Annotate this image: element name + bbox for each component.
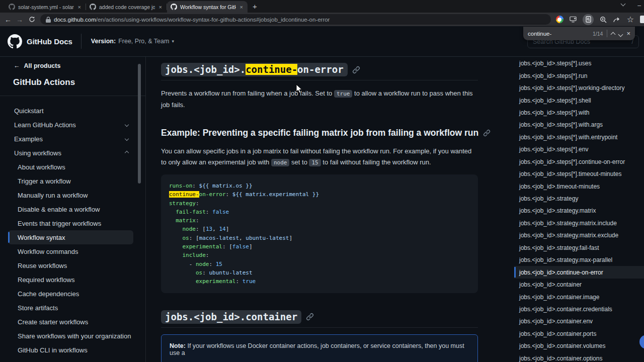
back-button[interactable]: ←: [5, 16, 12, 23]
google-profile-icon[interactable]: [555, 16, 564, 24]
code-line: fail-fast: false: [169, 208, 470, 216]
toc-item[interactable]: jobs.<job_id>.steps[*].continue-on-error: [514, 156, 644, 168]
sidebar-item[interactable]: Workflow commands: [8, 244, 133, 258]
zoom-icon[interactable]: [599, 16, 607, 24]
find-close-button[interactable]: ×: [626, 30, 630, 37]
code-line: include:: [169, 251, 470, 259]
sidebar-item[interactable]: Examples: [8, 132, 133, 146]
toc-item[interactable]: jobs.<job_id>.steps[*].with.args: [514, 119, 644, 131]
toc-item[interactable]: jobs.<job_id>.container.image: [514, 291, 644, 303]
heading-text: jobs.<job_id>.container: [161, 310, 301, 324]
toc-item[interactable]: jobs.<job_id>.steps[*].timeout-minutes: [514, 168, 644, 180]
anchor-link-icon[interactable]: [352, 66, 360, 74]
sidebar-item[interactable]: Disable & enable a workflow: [8, 202, 133, 216]
tab-close-icon[interactable]: ×: [158, 4, 163, 10]
toc-item[interactable]: jobs.<job_id>.steps[*].with.entrypoint: [514, 131, 644, 143]
browser-toolbar: ← → docs.github.com/en/actions/using-wor…: [0, 13, 644, 26]
sidebar-item-label: Store artifacts: [18, 304, 58, 312]
find-query-input[interactable]: continue-: [528, 31, 589, 37]
forward-button[interactable]: →: [16, 16, 23, 23]
sidebar-item[interactable]: Trigger a workflow: [8, 174, 133, 188]
toc-item-label: jobs.<job_id>.steps[*].run: [519, 72, 587, 79]
findbar-divider: [607, 30, 607, 37]
toc-item-label: jobs.<job_id>.container.env: [519, 318, 593, 325]
tab-close-icon[interactable]: ×: [239, 4, 244, 10]
sidebar-scrollbar[interactable]: [138, 64, 141, 184]
toc-item[interactable]: jobs.<job_id>.steps[*].working-directory: [514, 82, 644, 94]
sidebar-item[interactable]: Manually run a workflow: [8, 188, 133, 202]
new-tab-button[interactable]: +: [253, 2, 257, 11]
toc-item[interactable]: jobs.<job_id>.container.ports: [514, 328, 644, 340]
url-bar[interactable]: docs.github.com/en/actions/using-workflo…: [40, 14, 551, 25]
sidebar-item[interactable]: Share workflows with your organization: [8, 329, 133, 343]
sidebar-item-label: GitHub CLI in workflows: [18, 346, 88, 354]
toc-item[interactable]: jobs.<job_id>.steps[*].uses: [514, 57, 644, 69]
heading-text: on-error: [297, 64, 344, 75]
toc-item[interactable]: jobs.<job_id>.strategy.matrix.include: [514, 217, 644, 229]
sidebar-item[interactable]: Events that trigger workflows: [8, 216, 133, 230]
toc-item[interactable]: jobs.<job_id>.strategy.matrix.exclude: [514, 229, 644, 241]
sidebar-item-label: Cache dependencies: [18, 290, 79, 298]
sidebar-item[interactable]: Reuse workflows: [8, 258, 133, 273]
anchor-link-icon[interactable]: [483, 129, 491, 137]
sidebar-item[interactable]: Store artifacts: [8, 301, 133, 315]
toc-item[interactable]: jobs.<job_id>.container.env: [514, 315, 644, 327]
sidebar-item-label: Using workflows: [14, 149, 61, 157]
toc-item[interactable]: jobs.<job_id>.steps[*].shell: [514, 94, 644, 106]
reload-button[interactable]: [28, 16, 36, 24]
toc-item[interactable]: jobs.<job_id>.continue-on-error: [514, 266, 644, 278]
sidebar-item[interactable]: Learn GitHub Actions: [8, 118, 133, 132]
inline-code: 15: [309, 159, 320, 166]
tab-code-coverage[interactable]: added code coverage job · sidd ×: [86, 1, 167, 13]
tab-close-icon[interactable]: ×: [77, 4, 82, 10]
bookmark-star-icon[interactable]: ☆: [626, 16, 634, 24]
toc-item[interactable]: jobs.<job_id>.strategy.max-parallel: [514, 254, 644, 266]
code-line: - node: 15: [169, 260, 470, 268]
toc-item[interactable]: jobs.<job_id>.timeout-minutes: [514, 180, 644, 192]
sidebar-item-label: Required workflows: [18, 276, 74, 284]
sidebar-item[interactable]: Using workflows: [8, 146, 133, 160]
github-docs-logo[interactable]: GitHub Docs: [8, 34, 72, 49]
sidebar-item[interactable]: About workflows: [8, 160, 133, 174]
save-page-icon[interactable]: [569, 16, 577, 24]
share-icon[interactable]: [613, 16, 621, 24]
sidebar-item[interactable]: Cache dependencies: [8, 287, 133, 301]
find-previous-button[interactable]: [611, 29, 615, 38]
toc-item[interactable]: jobs.<job_id>.steps[*].with: [514, 107, 644, 119]
chevron: [125, 151, 129, 155]
anchor-link-icon[interactable]: [306, 313, 314, 321]
sidebar-item-label: Learn GitHub Actions: [14, 121, 76, 129]
sidebar-item-label: Events that trigger workflows: [18, 220, 101, 227]
toc-item-label: jobs.<job_id>.strategy.matrix.include: [519, 220, 617, 227]
code-line: matrix:: [169, 216, 470, 225]
header-divider: [81, 34, 82, 49]
tab-solar-system[interactable]: solar-system.yml - solar-system ×: [5, 1, 86, 13]
tab-workflow-syntax[interactable]: Workflow syntax for GitHub Act ×: [167, 1, 248, 13]
toc-item[interactable]: jobs.<job_id>.steps[*].run: [514, 69, 644, 81]
all-products-link[interactable]: ← All products: [0, 62, 145, 69]
toc-item[interactable]: jobs.<job_id>.strategy.matrix: [514, 205, 644, 217]
inline-code: node: [271, 159, 290, 166]
toolbar-actions: ☆: [555, 14, 639, 25]
find-next-button[interactable]: [619, 29, 622, 38]
toc-item[interactable]: jobs.<job_id>.container.volumes: [514, 340, 644, 352]
minimize-button[interactable]: –: [637, 2, 641, 9]
yaml-code-block[interactable]: runs-on: ${{ matrix.os }}continue-on-err…: [161, 174, 478, 293]
code-line: experimental: [false]: [169, 242, 470, 251]
toc-item[interactable]: jobs.<job_id>.strategy.fail-fast: [514, 242, 644, 254]
version-dropdown[interactable]: Version: Free, Pro, & Team ▾: [91, 38, 174, 45]
sidebar-item[interactable]: Quickstart: [8, 104, 133, 118]
sidebar-item[interactable]: Workflow syntax: [8, 230, 133, 244]
toc-item[interactable]: jobs.<job_id>.container.credentials: [514, 303, 644, 315]
sidebar-nav: Quickstart Learn GitHub Actions Examples: [0, 96, 145, 357]
toc-item[interactable]: jobs.<job_id>.strategy: [514, 193, 644, 205]
sidebar-item[interactable]: Create starter workflows: [8, 315, 133, 329]
toc-item[interactable]: jobs.<job_id>.container.options: [514, 352, 644, 362]
toc-item-label: jobs.<job_id>.steps[*].working-directory: [519, 84, 624, 92]
find-in-page-icon[interactable]: [583, 14, 594, 25]
toc-item[interactable]: jobs.<job_id>.container: [514, 279, 644, 291]
tab-search-chevron-icon[interactable]: [621, 2, 625, 6]
sidebar-item[interactable]: Required workflows: [8, 273, 133, 287]
sidebar-item[interactable]: GitHub CLI in workflows: [8, 343, 133, 357]
toc-item[interactable]: jobs.<job_id>.steps[*].env: [514, 143, 644, 155]
